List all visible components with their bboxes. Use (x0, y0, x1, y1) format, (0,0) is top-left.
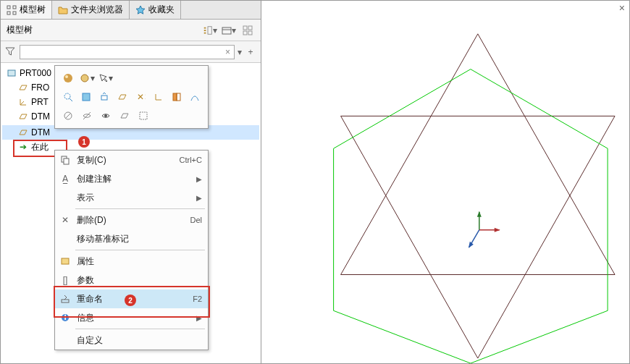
graphics-area[interactable]: × Y X Z PRT_CSYS_DEF (261, 1, 629, 363)
part-icon (7, 68, 17, 78)
menu-move-datum[interactable]: 移动基准标记 (55, 229, 208, 248)
annotation-badge-2: 2 (125, 295, 136, 306)
info-icon: i (58, 313, 72, 323)
menu-label: 参数 (77, 274, 202, 287)
menu-separator (75, 250, 205, 250)
add-filter-icon[interactable]: + (245, 46, 256, 58)
material-icon[interactable]: ▾ (78, 70, 96, 86)
canvas-geometry (261, 1, 629, 363)
tab-bar: 模型树 文件夹浏览器 收藏夹 (1, 1, 261, 20)
menu-label: 表示 (77, 192, 192, 204)
appearance-icon[interactable] (59, 70, 77, 86)
search-row: × ▾ + (1, 41, 261, 63)
clear-search-icon[interactable]: × (225, 47, 230, 57)
svg-rect-2 (7, 12, 10, 14)
select-icon[interactable]: ▾ (97, 70, 114, 86)
mini-toolbar: ▾ ▾ ✕✕ (54, 65, 209, 129)
tree-label: PRT000 (20, 68, 51, 78)
section-icon[interactable] (169, 89, 185, 105)
svg-rect-37 (64, 158, 69, 164)
hide-icon[interactable] (78, 108, 96, 124)
menu-label: 自定义 (77, 334, 202, 347)
datum-display-icon[interactable] (116, 108, 133, 124)
zoom-selected-icon[interactable] (59, 89, 76, 105)
menu-label: 删除(D) (77, 214, 185, 227)
settings-tool-icon[interactable]: ▾ (203, 23, 217, 38)
svg-marker-14 (334, 69, 608, 363)
context-menu: 复制(C) Ctrl+C A̲ 创建注解 ▶ 表示 ▶ ✕ 删除(D) Del … (54, 150, 209, 350)
submenu-arrow-icon: ▶ (196, 314, 202, 322)
svg-rect-7 (243, 26, 247, 30)
svg-marker-16 (477, 211, 482, 217)
panel-title: 模型树 (7, 24, 33, 36)
svg-rect-27 (101, 96, 107, 100)
show-tool-icon[interactable]: ▾ (222, 23, 236, 38)
svg-line-33 (83, 112, 91, 119)
star-icon (135, 5, 146, 15)
svg-rect-0 (7, 6, 10, 9)
suppress-icon[interactable] (59, 108, 77, 124)
svg-text:✕✕: ✕✕ (137, 92, 146, 102)
show-icon[interactable] (97, 108, 114, 124)
tab-folder-browser[interactable]: 文件夹浏览器 (52, 1, 130, 19)
svg-rect-10 (248, 31, 252, 35)
datum-plane-icon (18, 127, 28, 137)
tab-label: 收藏夹 (148, 4, 175, 16)
svg-rect-11 (8, 70, 15, 76)
svg-text:i: i (64, 313, 67, 322)
tree-label: 在此 (31, 141, 49, 153)
annotation-badge-1: 1 (78, 136, 90, 148)
tab-label: 模型树 (20, 4, 46, 16)
menu-create-note[interactable]: A̲ 创建注解 ▶ (55, 169, 208, 188)
menu-properties[interactable]: 属性 (55, 252, 208, 271)
tab-favorites[interactable]: 收藏夹 (130, 1, 181, 19)
svg-marker-13 (341, 116, 615, 358)
select-region-icon[interactable] (135, 108, 152, 124)
menu-params[interactable]: [] 参数 (55, 271, 208, 289)
display-mode-icon[interactable] (240, 23, 255, 38)
tree-label: PRT (31, 97, 49, 107)
datum-plane-tool-icon[interactable] (114, 89, 130, 105)
menu-separator (75, 329, 205, 329)
tree-icon (7, 5, 17, 15)
menu-label: 移动基准标记 (77, 233, 202, 245)
pattern-icon[interactable]: ✕✕ (133, 89, 149, 105)
menu-info[interactable]: i 信息 ▶ (55, 308, 208, 327)
svg-rect-39 (62, 300, 69, 302)
svg-rect-8 (248, 26, 252, 30)
menu-customize[interactable]: 自定义 (55, 331, 208, 350)
menu-copy[interactable]: 复制(C) Ctrl+C (55, 151, 208, 169)
submenu-arrow-icon: ▶ (196, 194, 202, 202)
svg-point-21 (64, 74, 72, 82)
search-input[interactable] (20, 45, 235, 59)
svg-marker-12 (341, 34, 615, 275)
menu-label: 复制(C) (77, 154, 175, 166)
sketch-icon[interactable] (187, 89, 203, 105)
menu-display[interactable]: 表示 ▶ (55, 188, 208, 207)
menu-separator (75, 208, 205, 209)
svg-rect-29 (173, 93, 177, 101)
submenu-arrow-icon: ▶ (196, 175, 202, 183)
datum-plane-icon (18, 82, 28, 93)
note-icon: A̲ (58, 174, 72, 184)
search-dropdown-icon[interactable]: ▾ (238, 47, 242, 57)
folder-icon (58, 5, 68, 15)
svg-marker-20 (469, 242, 474, 248)
params-icon: [] (58, 275, 72, 285)
svg-point-23 (81, 75, 88, 82)
edit-def-icon[interactable] (77, 89, 94, 105)
svg-rect-26 (83, 93, 90, 101)
menu-shortcut: F2 (193, 295, 202, 303)
svg-point-24 (64, 93, 70, 99)
svg-point-34 (104, 114, 107, 117)
svg-rect-9 (243, 31, 247, 35)
axis-tool-icon[interactable] (151, 89, 167, 105)
properties-icon (58, 256, 72, 266)
filter-icon[interactable] (5, 46, 17, 58)
tab-model-tree[interactable]: 模型树 (1, 1, 52, 19)
csys-icon (18, 97, 28, 107)
edit-ref-icon[interactable] (96, 89, 112, 105)
svg-point-22 (65, 75, 68, 78)
delete-icon: ✕ (58, 215, 72, 225)
menu-delete[interactable]: ✕ 删除(D) Del (55, 211, 208, 229)
